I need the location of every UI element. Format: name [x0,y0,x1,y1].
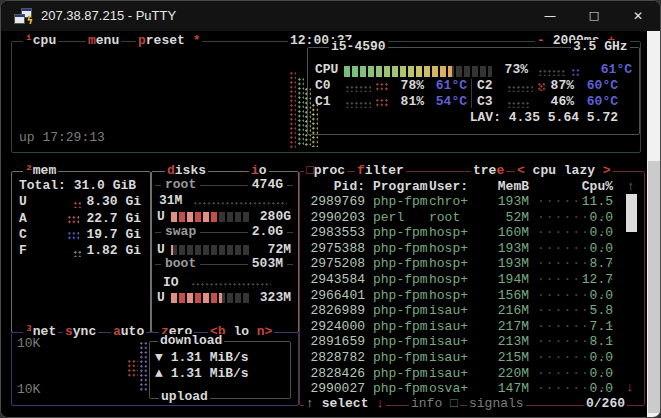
pid-cell: 2828782 [307,351,365,365]
pid-cell: 2990203 [307,211,365,225]
scrollbar-thumb[interactable] [648,161,660,413]
menu-button[interactable]: menu [86,34,121,48]
cpu-cell: 0.0 [565,382,613,396]
core-percent: 46% [544,95,574,109]
pid-cell: 2943584 [307,273,365,287]
program-cell: php-fpm [373,242,428,256]
user-cell: hosp+ [429,226,468,240]
signals-button[interactable]: signals [467,397,526,411]
cpu-model: i5-4590 [329,40,388,54]
io-mode-toggle[interactable]: io [249,164,269,178]
table-row[interactable]: 2924000 php-fpm isau+ 217M ······· · 7.1 [1,320,647,336]
header-mem[interactable]: MemB [475,180,529,194]
mem-box-title[interactable]: ²mem [23,164,58,178]
sort-selector[interactable]: < cpu lazy > [515,164,613,178]
table-row[interactable]: 2989769 php-fpm chro+ 193M ······· · 11.… [1,195,647,211]
interval-minus[interactable]: - [537,33,545,48]
table-row[interactable]: 2943584 php-fpm hosp+ 194M ······· · 12.… [1,273,647,289]
program-cell: php-fpm [373,382,428,396]
pid-cell: 2966401 [307,289,365,303]
close-button[interactable]: ✕ [616,1,660,31]
mem-cell: 194M [475,273,529,287]
uptime: up 17:29:13 [19,131,105,145]
mem-cell: 213M [475,335,529,349]
info-button[interactable]: info □ [409,397,460,411]
table-row[interactable]: 2828426 php-fpm isau+ 220M ········· 0.0 [1,367,647,383]
user-cell: isau+ [429,367,468,381]
mem-cell: 217M [475,320,529,334]
core-temp: 54°C [427,95,467,109]
sort-prev-icon[interactable]: < [517,163,525,178]
scroll-up-icon[interactable]: ↑ [627,180,635,194]
cpu-total-graph-dots [538,69,566,76]
cpu-box-title[interactable]: ¹cpu [23,34,58,48]
preset-button[interactable]: preset * [136,34,202,48]
mem-cell: 193M [475,242,529,256]
core-graph-active [375,98,388,108]
program-cell: perl [373,211,404,225]
table-row[interactable]: 2826989 php-fpm isau+ 216M ······· · 5.8 [1,304,647,320]
cpu-total-temp: 61°C [592,63,632,77]
filter-button[interactable]: filter [355,164,406,178]
cpu-cell: 0.0 [565,289,613,303]
core-temp: 60°C [578,95,618,109]
mem-cell: 193M [475,257,529,271]
user-cell: chro+ [429,195,468,209]
core-label: C3 [477,95,493,109]
missing-glyph-box: □ [306,163,314,178]
header-cpu[interactable]: Cpu% [565,180,613,194]
cpu-total-percent: 73% [498,63,528,77]
header-program[interactable]: Program [373,180,428,194]
table-row[interactable]: 2975388 php-fpm hosp+ 193M ········· 0.0 [1,242,647,258]
program-cell: php-fpm [373,289,428,303]
cpu-cell: 0.0 [565,351,613,365]
table-row[interactable]: 2828782 php-fpm isau+ 215M ········· 0.0 [1,351,647,367]
cpu-cell: 0.0 [565,226,613,240]
scroll-down-icon[interactable]: ↓ [626,381,634,395]
cpu-total-label: CPU [315,63,338,77]
program-cell: php-fpm [373,367,428,381]
pid-cell: 2828426 [307,367,365,381]
core-percent: 87% [544,79,574,93]
table-row[interactable]: 2975208 php-fpm hosp+ 193M ······· · 8.7 [1,257,647,273]
program-cell: php-fpm [373,304,428,318]
title-bar: ϟ 207.38.87.215 - PuTTY — □ ✕ [1,1,660,31]
cpu-cell: 11.5 [565,195,613,209]
table-row[interactable]: 2983553 php-fpm hosp+ 160M ········· 0.0 [1,226,647,242]
core-label: C0 [315,79,331,93]
pid-cell: 2975388 [307,242,365,256]
header-pid[interactable]: Pid: [307,180,365,194]
mem-cell: 216M [475,304,529,318]
sort-next-icon[interactable]: > [603,163,611,178]
disks-box-title[interactable]: disks [165,164,208,178]
header-user[interactable]: User: [429,180,468,194]
core-percent: 78% [394,79,424,93]
cpu-graph-red-column [289,71,296,149]
pid-cell: 2975208 [307,257,365,271]
core-graph-active [539,84,545,91]
select-button[interactable]: ↑ select ↓ [304,397,386,411]
table-row[interactable]: 2990203 perl root 52M ········· 0.0 [1,211,647,227]
tree-toggle[interactable]: tree [471,164,506,178]
enter-glyph: □ [450,396,458,411]
terminal: ¹cpu menu preset * 12:00:37 - 2000ms + u… [1,31,647,418]
cpu-cell: 0.0 [565,367,613,381]
user-cell: hosp+ [429,273,468,287]
core-label: C1 [315,95,331,109]
core-graph-dots [345,85,371,92]
program-cell: php-fpm [373,195,428,209]
pid-cell: 2826989 [307,304,365,318]
table-row[interactable]: 2966401 php-fpm hosp+ 156M ········· 0.0 [1,289,647,305]
mem-total: Total: 31.0 GiB [19,179,136,193]
core-label: C2 [477,79,493,93]
program-cell: php-fpm [373,351,428,365]
proc-box-title[interactable]: □proc [304,164,347,178]
user-cell: osva+ [429,382,468,396]
scrollbar[interactable] [647,31,661,418]
minimize-button[interactable]: — [528,1,572,31]
mem-cell: 215M [475,351,529,365]
table-row[interactable]: 2891659 php-fpm isau+ 213M ······· · 8.1 [1,335,647,351]
pid-cell: 2983553 [307,226,365,240]
maximize-button[interactable]: □ [572,1,616,31]
mem-cell: 160M [475,226,529,240]
